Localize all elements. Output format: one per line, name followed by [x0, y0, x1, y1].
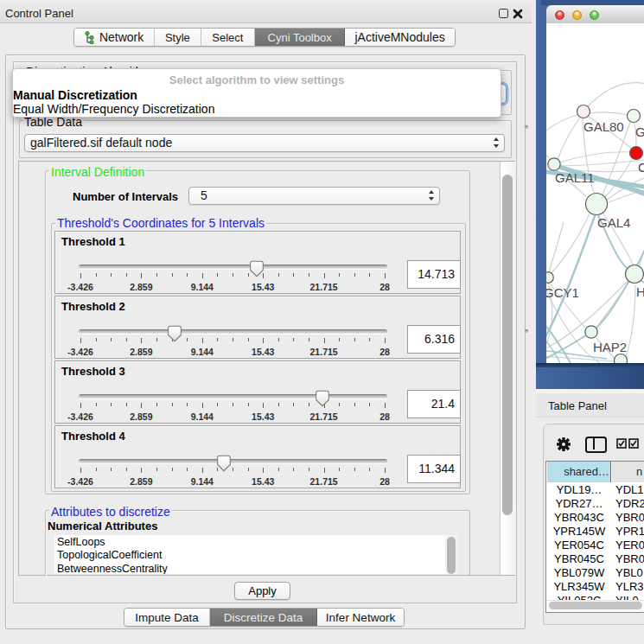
svg-text:H: H: [636, 284, 644, 299]
svg-text:C: C: [638, 160, 644, 175]
svg-text:HAP2: HAP2: [593, 340, 627, 354]
svg-text:GAL11: GAL11: [555, 170, 595, 185]
svg-text:GAL80: GAL80: [583, 119, 624, 134]
svg-text:GAL4: GAL4: [597, 215, 630, 230]
svg-text:GA: GA: [635, 124, 644, 139]
svg-text:GCY1: GCY1: [546, 285, 579, 300]
